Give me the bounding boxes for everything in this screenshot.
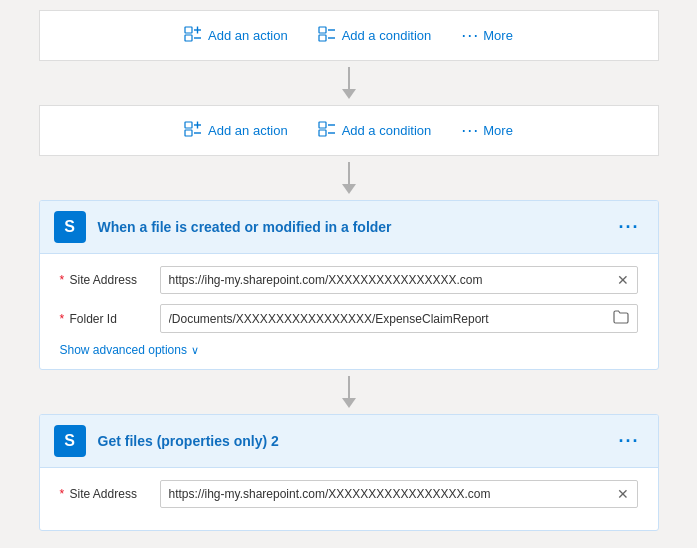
when-file-body: * Site Address https://ihg-my.sharepoint… — [40, 254, 658, 369]
folder-browse-icon[interactable] — [613, 310, 629, 327]
when-file-block: S When a file is created or modified in … — [39, 200, 659, 370]
site-address-label: * Site Address — [60, 273, 150, 287]
top-add-action-button[interactable]: Add an action — [184, 26, 288, 46]
get-files-site-address-label: * Site Address — [60, 487, 150, 501]
mid-add-action-label: Add an action — [208, 123, 288, 138]
get-files-ellipsis-button[interactable]: ··· — [614, 431, 643, 452]
folder-id-input[interactable]: /Documents/XXXXXXXXXXXXXXXXX/ExpenseClai… — [160, 304, 638, 333]
chevron-down-icon: ∨ — [191, 344, 199, 357]
top-add-condition-label: Add a condition — [342, 28, 432, 43]
get-files-block: S Get files (properties only) 2 ··· * Si… — [39, 414, 659, 531]
mid-add-action-button[interactable]: Add an action — [184, 121, 288, 140]
arrow-connector-3 — [342, 376, 356, 408]
mid-more-dots-icon: ··· — [461, 120, 479, 141]
arrow-line-3 — [348, 376, 350, 398]
when-file-ellipsis-icon: ··· — [618, 217, 639, 237]
top-action-bar: Add an action Add a condition ··· More — [184, 25, 513, 46]
svg-rect-15 — [319, 130, 326, 136]
get-files-body: * Site Address https://ihg-my.sharepoint… — [40, 468, 658, 530]
folder-id-value: /Documents/XXXXXXXXXXXXXXXXX/ExpenseClai… — [169, 312, 609, 326]
get-files-header: S Get files (properties only) 2 ··· — [40, 415, 658, 468]
get-files-clear-icon[interactable]: ✕ — [617, 486, 629, 502]
sharepoint-icon-2: S — [54, 425, 86, 457]
site-address-clear-icon[interactable]: ✕ — [617, 272, 629, 288]
mid-add-condition-label: Add a condition — [342, 123, 432, 138]
arrow-head-3 — [342, 398, 356, 408]
arrow-line-2 — [348, 162, 350, 184]
svg-rect-14 — [319, 122, 326, 128]
folder-id-label: * Folder Id — [60, 312, 150, 326]
svg-rect-1 — [185, 35, 192, 41]
get-files-site-address-input[interactable]: https://ihg-my.sharepoint.com/XXXXXXXXXX… — [160, 480, 638, 508]
when-file-header: S When a file is created or modified in … — [40, 201, 658, 254]
mid-action-bar: Add an action Add a condition ··· More — [184, 120, 513, 141]
folder-id-row: * Folder Id /Documents/XXXXXXXXXXXXXXXXX… — [60, 304, 638, 333]
arrow-connector-1 — [342, 67, 356, 99]
site-address-value: https://ihg-my.sharepoint.com/XXXXXXXXXX… — [169, 273, 613, 287]
page-container: Add an action Add a condition ··· More — [0, 0, 697, 548]
required-star-3: * — [60, 487, 65, 501]
add-condition-icon — [318, 26, 336, 45]
required-star-2: * — [60, 312, 65, 326]
mid-add-action-icon — [184, 121, 202, 140]
mid-more-button[interactable]: ··· More — [461, 120, 513, 141]
more-dots-icon: ··· — [461, 25, 479, 46]
show-advanced-button[interactable]: Show advanced options ∨ — [60, 343, 199, 357]
site-address-row: * Site Address https://ihg-my.sharepoint… — [60, 266, 638, 294]
site-address-input[interactable]: https://ihg-my.sharepoint.com/XXXXXXXXXX… — [160, 266, 638, 294]
top-more-label: More — [483, 28, 513, 43]
arrow-head-2 — [342, 184, 356, 194]
top-more-button[interactable]: ··· More — [461, 25, 513, 46]
get-files-ellipsis-icon: ··· — [618, 431, 639, 451]
mid-add-condition-icon — [318, 121, 336, 140]
svg-rect-9 — [185, 122, 192, 128]
get-files-site-address-row: * Site Address https://ihg-my.sharepoint… — [60, 480, 638, 508]
when-file-title: When a file is created or modified in a … — [98, 219, 603, 235]
mid-more-label: More — [483, 123, 513, 138]
svg-rect-6 — [319, 35, 326, 41]
arrow-connector-2 — [342, 162, 356, 194]
top-add-condition-button[interactable]: Add a condition — [318, 26, 432, 45]
mid-card: Add an action Add a condition ··· More — [39, 105, 659, 156]
svg-rect-5 — [319, 27, 326, 33]
sharepoint-icon-1: S — [54, 211, 86, 243]
arrow-line-1 — [348, 67, 350, 89]
show-advanced-label: Show advanced options — [60, 343, 187, 357]
top-add-action-label: Add an action — [208, 28, 288, 43]
add-action-icon — [184, 26, 202, 46]
svg-rect-0 — [185, 27, 192, 33]
get-files-site-address-value: https://ihg-my.sharepoint.com/XXXXXXXXXX… — [169, 487, 613, 501]
top-card: Add an action Add a condition ··· More — [39, 10, 659, 61]
required-star-1: * — [60, 273, 65, 287]
arrow-head-1 — [342, 89, 356, 99]
when-file-ellipsis-button[interactable]: ··· — [614, 217, 643, 238]
svg-rect-10 — [185, 130, 192, 136]
mid-add-condition-button[interactable]: Add a condition — [318, 121, 432, 140]
get-files-title: Get files (properties only) 2 — [98, 433, 603, 449]
